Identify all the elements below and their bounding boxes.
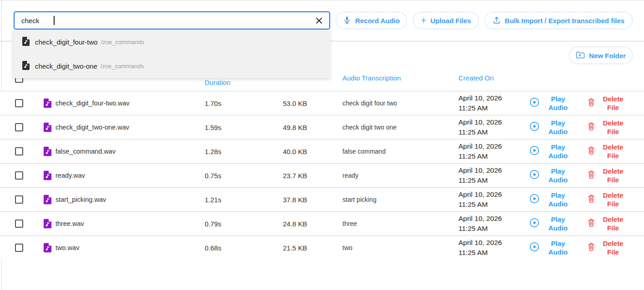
suggestion-name: check_digit_four-two: [35, 38, 98, 46]
record-audio-label: Record Audio: [355, 17, 400, 25]
search-input[interactable]: [14, 11, 330, 30]
file-size-cell: 23.7 KB: [283, 172, 307, 180]
clear-search-button[interactable]: [313, 11, 325, 30]
play-audio-button[interactable]: PlayAudio: [529, 95, 570, 112]
delete-file-button[interactable]: DeleteFile: [587, 143, 625, 160]
duration-cell: 1.21s: [205, 196, 221, 204]
created-time: 11:25 AM: [458, 151, 502, 161]
duration-cell: 1.70s: [205, 100, 221, 107]
audio-file-icon: [22, 37, 35, 48]
created-on-cell: April 10, 2026 11:25 AM: [458, 141, 502, 161]
table-row: check_digit_four-two.wav 1.70s 53.0 KB c…: [0, 91, 644, 115]
delete-file-button[interactable]: DeleteFile: [587, 191, 625, 208]
created-on-cell: April 10, 2026 11:25 AM: [458, 190, 502, 210]
duration-cell: 0.75s: [205, 172, 221, 180]
duration-cell: 1.59s: [205, 124, 221, 131]
trash-icon: [587, 122, 595, 133]
new-folder-label: New Folder: [589, 52, 626, 60]
search-suggestion[interactable]: check_digit_four-two /zoe_commands: [13, 30, 330, 54]
file-size-cell: 40.0 KB: [283, 148, 307, 155]
microphone-icon: [343, 16, 351, 25]
trash-icon: [587, 194, 595, 205]
row-checkbox[interactable]: [15, 220, 23, 228]
upload-files-button[interactable]: + Upload Files: [413, 12, 479, 29]
close-icon: [315, 17, 323, 25]
play-icon: [529, 218, 539, 230]
table-row: two.wav 0.68s 21.5 KB two April 10, 2026…: [0, 236, 644, 260]
file-size-cell: 53.0 KB: [283, 100, 307, 107]
created-time: 11:25 AM: [458, 248, 502, 258]
transcription-cell: two: [342, 244, 352, 251]
top-divider: [0, 0, 644, 0]
delete-file-button[interactable]: DeleteFile: [587, 167, 625, 184]
play-audio-button[interactable]: PlayAudio: [529, 167, 570, 184]
column-header-transcription[interactable]: Audio Transcription: [342, 74, 401, 82]
transcription-cell: start picking: [342, 196, 377, 203]
row-checkbox[interactable]: [15, 123, 23, 131]
created-date: April 10, 2026: [458, 117, 502, 127]
play-icon: [529, 170, 539, 181]
file-name: check_digit_four-two.wav: [55, 100, 130, 107]
row-checkbox[interactable]: [15, 195, 23, 204]
audio-file-icon: [44, 147, 51, 156]
suggestion-path: /zoe_commands: [101, 39, 144, 45]
created-time: 11:25 AM: [458, 103, 502, 113]
duration-cell: 0.68s: [205, 244, 221, 252]
audio-file-icon: [44, 171, 51, 180]
search-suggestion[interactable]: check_digit_two-one /zoe_commands: [13, 54, 330, 78]
record-audio-button[interactable]: Record Audio: [336, 12, 407, 29]
audio-file-icon: [44, 243, 51, 253]
transcription-cell: three: [342, 220, 357, 227]
table-row: false_command.wav 1.28s 40.0 KB false co…: [0, 140, 644, 164]
delete-file-button[interactable]: DeleteFile: [587, 239, 625, 256]
trash-icon: [587, 98, 595, 109]
row-checkbox[interactable]: [15, 99, 23, 107]
bulk-import-export-button[interactable]: Bulk Import / Export transcribed files: [484, 12, 633, 29]
search-bar: [14, 11, 330, 30]
trash-icon: [587, 242, 595, 253]
audio-files-table: check_digit_four-two.wav 1.70s 53.0 KB c…: [0, 91, 644, 260]
play-icon: [529, 121, 539, 133]
duration-cell: 1.28s: [205, 148, 221, 155]
row-checkbox[interactable]: [15, 171, 23, 180]
file-name: check_digit_two-one.wav: [55, 124, 129, 131]
table-row: three.wav 0.79s 24.8 KB three April 10, …: [0, 212, 644, 236]
delete-file-button[interactable]: DeleteFile: [587, 95, 625, 112]
transcription-cell: false command: [342, 148, 386, 155]
created-date: April 10, 2026: [458, 93, 502, 103]
new-folder-button[interactable]: New Folder: [569, 47, 633, 64]
file-name: false_command.wav: [55, 148, 116, 155]
transcription-cell: ready: [342, 172, 358, 179]
play-audio-button[interactable]: PlayAudio: [529, 239, 570, 256]
audio-file-icon: [44, 99, 51, 108]
created-time: 11:25 AM: [458, 200, 502, 210]
file-size-cell: 37.8 KB: [283, 196, 307, 204]
table-row: start_picking.wav 1.21s 37.8 KB start pi…: [0, 188, 644, 212]
transcription-cell: check digit four two: [342, 100, 397, 107]
row-checkbox[interactable]: [15, 244, 23, 252]
play-audio-button[interactable]: PlayAudio: [529, 143, 570, 160]
bulk-import-export-label: Bulk Import / Export transcribed files: [505, 17, 624, 25]
created-date: April 10, 2026: [458, 141, 502, 151]
trash-icon: [587, 218, 595, 229]
delete-file-button[interactable]: DeleteFile: [587, 215, 625, 232]
upload-tray-icon: [493, 16, 501, 25]
created-date: April 10, 2026: [458, 214, 502, 224]
delete-file-button[interactable]: DeleteFile: [587, 119, 625, 136]
play-audio-button[interactable]: PlayAudio: [529, 191, 570, 208]
column-header-duration[interactable]: Duration: [205, 79, 231, 86]
suggestion-path: /zoe_commands: [101, 63, 144, 70]
upload-files-label: Upload Files: [431, 17, 471, 25]
column-header-created-on[interactable]: Created On: [458, 74, 494, 82]
row-checkbox[interactable]: [15, 147, 23, 155]
suggestion-name: check_digit_two-one: [35, 62, 97, 70]
created-date: April 10, 2026: [458, 190, 502, 200]
created-on-cell: April 10, 2026 11:25 AM: [458, 117, 502, 137]
file-size-cell: 24.8 KB: [283, 220, 307, 228]
created-date: April 10, 2026: [458, 165, 502, 175]
file-size-cell: 21.5 KB: [283, 244, 307, 252]
created-on-cell: April 10, 2026 11:25 AM: [458, 93, 502, 113]
play-audio-button[interactable]: PlayAudio: [529, 215, 570, 232]
table-row: ready.wav 0.75s 23.7 KB ready April 10, …: [0, 164, 644, 188]
play-audio-button[interactable]: PlayAudio: [529, 119, 570, 136]
